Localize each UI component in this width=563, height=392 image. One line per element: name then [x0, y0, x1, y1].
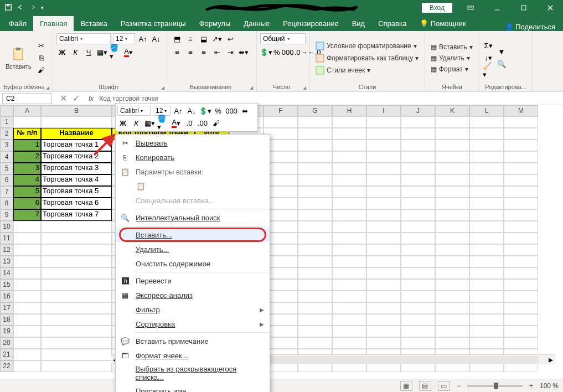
- row-header[interactable]: 2: [0, 128, 13, 140]
- cell[interactable]: [366, 209, 401, 221]
- cell[interactable]: [298, 140, 332, 151]
- cell[interactable]: [401, 302, 435, 314]
- cell[interactable]: [366, 163, 401, 174]
- tab-file[interactable]: Файл: [2, 16, 33, 31]
- cell[interactable]: [41, 349, 112, 360]
- cell[interactable]: [41, 244, 112, 256]
- cell[interactable]: [435, 267, 469, 279]
- tab-tellme[interactable]: 💡 Помощник: [413, 16, 472, 31]
- cell[interactable]: [504, 326, 538, 337]
- cell[interactable]: [13, 221, 41, 233]
- column-header[interactable]: A: [13, 105, 41, 116]
- cell[interactable]: Торговая точка 2: [41, 151, 112, 163]
- column-header[interactable]: F: [264, 105, 298, 116]
- name-box[interactable]: C2: [2, 93, 52, 104]
- bold-button[interactable]: Ж: [56, 47, 68, 58]
- italic-button[interactable]: К: [70, 47, 81, 58]
- row-header[interactable]: 7: [0, 186, 13, 198]
- cell[interactable]: [469, 174, 504, 186]
- save-icon[interactable]: [4, 3, 12, 13]
- cell[interactable]: [332, 186, 366, 198]
- cell[interactable]: № п/п: [13, 128, 41, 140]
- fill-color-icon[interactable]: 🪣▾: [110, 47, 121, 58]
- cell[interactable]: 2: [13, 151, 41, 163]
- cell[interactable]: [41, 291, 112, 302]
- cell[interactable]: [366, 337, 401, 349]
- cell[interactable]: [401, 186, 435, 198]
- cell[interactable]: [469, 233, 504, 244]
- column-header[interactable]: J: [401, 105, 435, 116]
- cell[interactable]: [366, 291, 401, 302]
- mini-border-icon[interactable]: ▦▾: [144, 117, 155, 128]
- font-color-icon[interactable]: A▾: [123, 47, 134, 58]
- border-icon[interactable]: ▦▾: [96, 47, 107, 58]
- cell[interactable]: [366, 198, 401, 209]
- cell[interactable]: [332, 221, 366, 233]
- cell[interactable]: [366, 174, 401, 186]
- cell[interactable]: [504, 163, 538, 174]
- zoom-out-icon[interactable]: −: [457, 382, 461, 390]
- cell[interactable]: [435, 314, 469, 326]
- cell[interactable]: [366, 244, 401, 256]
- sort-filter-icon[interactable]: ▼: [496, 47, 507, 58]
- number-format-combo[interactable]: Общий▾: [260, 33, 306, 44]
- cell[interactable]: [332, 151, 366, 163]
- cell[interactable]: [504, 279, 538, 291]
- cell[interactable]: [469, 198, 504, 209]
- copy-icon[interactable]: ⎘: [36, 53, 47, 64]
- cell[interactable]: [435, 256, 469, 267]
- cell[interactable]: [504, 221, 538, 233]
- ctx-insert[interactable]: Вставить...: [116, 228, 270, 242]
- align-bottom-icon[interactable]: ⬓: [198, 33, 209, 44]
- format-as-table-button[interactable]: Форматировать как таблицу ▾: [313, 53, 421, 63]
- mini-merge-icon[interactable]: ⬌: [239, 105, 250, 116]
- cell[interactable]: [41, 116, 112, 128]
- mini-fill-icon[interactable]: 🪣▾: [157, 117, 168, 128]
- cell[interactable]: [469, 244, 504, 256]
- view-pagebreak-icon[interactable]: ▭: [438, 381, 450, 391]
- mini-inc-dec-icon[interactable]: .0: [184, 117, 195, 128]
- cell[interactable]: [298, 151, 332, 163]
- cell[interactable]: [13, 244, 41, 256]
- format-painter-icon[interactable]: 🖌: [36, 65, 47, 76]
- mini-shrink-icon[interactable]: A↓: [186, 105, 197, 116]
- wrap-text-icon[interactable]: ↩: [225, 33, 236, 44]
- cell[interactable]: [332, 128, 366, 140]
- cell[interactable]: [401, 163, 435, 174]
- tab-insert[interactable]: Вставка: [74, 16, 113, 31]
- row-header[interactable]: 12: [0, 244, 13, 256]
- tab-view[interactable]: Вид: [345, 16, 372, 31]
- cell[interactable]: [401, 128, 435, 140]
- cell[interactable]: [332, 163, 366, 174]
- cell[interactable]: [469, 140, 504, 151]
- cell[interactable]: [332, 244, 366, 256]
- mini-currency-icon[interactable]: 💲▾: [199, 105, 210, 116]
- indent-right-icon[interactable]: ⇥: [225, 47, 236, 58]
- cell[interactable]: [469, 337, 504, 349]
- cell[interactable]: [366, 279, 401, 291]
- cancel-formula-icon[interactable]: ✕: [60, 93, 67, 104]
- ctx-comment[interactable]: 💬Вставить примечание: [116, 334, 270, 348]
- cell[interactable]: [401, 209, 435, 221]
- mini-grow-icon[interactable]: A↑: [173, 105, 184, 116]
- cell[interactable]: [13, 256, 41, 267]
- cell[interactable]: [366, 140, 401, 151]
- cell[interactable]: [13, 116, 41, 128]
- cell[interactable]: [401, 233, 435, 244]
- cell[interactable]: [13, 302, 41, 314]
- cell[interactable]: [41, 337, 112, 349]
- cell[interactable]: [366, 116, 401, 128]
- cell[interactable]: [435, 279, 469, 291]
- cell[interactable]: [298, 337, 332, 349]
- cell[interactable]: [13, 291, 41, 302]
- cell[interactable]: [504, 244, 538, 256]
- cell[interactable]: [366, 186, 401, 198]
- mini-font-combo[interactable]: Calibri▾: [117, 106, 151, 116]
- align-right-icon[interactable]: ≡: [198, 47, 209, 58]
- cell[interactable]: [469, 314, 504, 326]
- cell[interactable]: [366, 314, 401, 326]
- cell[interactable]: [13, 233, 41, 244]
- cell[interactable]: Название: [41, 128, 112, 140]
- mini-italic[interactable]: К: [131, 117, 142, 128]
- cell[interactable]: [41, 256, 112, 267]
